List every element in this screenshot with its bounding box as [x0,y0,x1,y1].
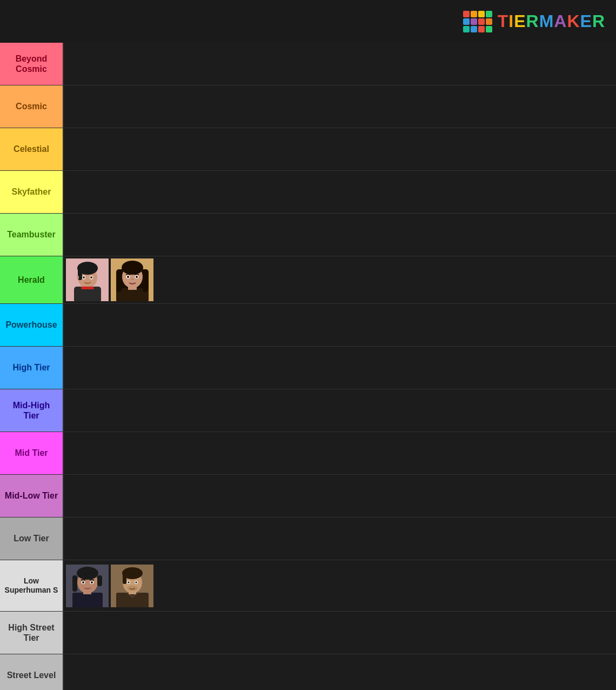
tier-list: Beyond Cosmic Cosmic Celestial Skyfather… [0,43,616,690]
tier-label-cosmic: Cosmic [0,85,63,128]
tier-content-cosmic [63,85,616,128]
tier-content-mid-high-tier [63,389,616,432]
tier-label-low-superhuman: Low Superhuman S [0,560,63,611]
tier-content-high-tier [63,347,616,389]
logo-grid-icon [463,11,492,32]
logo-text: TiERmAkER [498,11,605,31]
svg-point-9 [83,276,85,278]
tier-row-mid-high-tier: Mid-High Tier [0,389,616,432]
tier-content-mid-low-tier [63,475,616,517]
tier-row-high-tier: High Tier [0,347,616,389]
tier-label-high-tier: High Tier [0,347,63,389]
svg-rect-12 [81,287,94,289]
character-card-lowsuper-2 [111,565,153,607]
tier-content-skyfather [63,171,616,213]
tier-content-low-tier [63,518,616,560]
tier-content-high-street-tier [63,612,616,654]
tier-content-low-superhuman [63,560,616,611]
svg-point-10 [90,276,92,278]
tier-label-herald: Herald [0,256,63,303]
svg-rect-11 [77,276,79,279]
tier-label-teambuster: Teambuster [0,214,63,256]
tier-row-herald: Herald [0,256,616,304]
tier-label-beyond-cosmic: Beyond Cosmic [0,43,63,85]
svg-point-25 [136,276,138,278]
character-card-lowsuper-1 [66,565,109,607]
tier-row-low-tier: Low Tier [0,518,616,560]
svg-point-19 [122,261,143,275]
tier-label-powerhouse: Powerhouse [0,304,63,346]
tier-row-powerhouse: Powerhouse [0,304,616,347]
tier-row-celestial: Celestial [0,128,616,171]
tier-label-skyfather: Skyfather [0,171,63,213]
svg-point-31 [77,567,98,580]
tier-row-skyfather: Skyfather [0,171,616,214]
tier-label-mid-tier: Mid Tier [0,432,63,474]
svg-point-49 [127,586,138,591]
tier-row-street-level: Street Level [0,654,616,690]
tier-row-cosmic: Cosmic [0,85,616,128]
tier-label-mid-high-tier: Mid-High Tier [0,389,63,432]
tier-label-low-tier: Low Tier [0,518,63,560]
svg-point-37 [91,581,93,583]
tier-content-teambuster [63,214,616,256]
svg-rect-32 [72,575,77,592]
svg-rect-44 [123,572,126,584]
svg-rect-20 [116,270,122,292]
tier-content-powerhouse [63,304,616,346]
svg-point-36 [82,581,84,583]
tier-row-high-street-tier: High Street Tier [0,612,616,654]
tier-label-high-street-tier: High Street Tier [0,612,63,654]
tier-row-beyond-cosmic: Beyond Cosmic [0,43,616,85]
svg-rect-28 [72,593,103,607]
tier-content-beyond-cosmic [63,43,616,85]
tier-row-low-superhuman: Low Superhuman S [0,560,616,612]
tier-content-mid-tier [63,432,616,474]
svg-rect-21 [143,270,148,292]
svg-point-48 [135,581,137,583]
svg-rect-33 [97,575,102,586]
tier-content-street-level [63,654,616,690]
tier-row-teambuster: Teambuster [0,214,616,256]
svg-point-24 [127,276,129,278]
tier-label-street-level: Street Level [0,654,63,690]
tiermaker-logo: TiERmAkER [463,11,605,32]
tier-label-celestial: Celestial [0,128,63,170]
tier-row-mid-tier: Mid Tier [0,432,616,475]
tier-content-celestial [63,128,616,170]
character-card-herald-1 [66,258,109,301]
tier-content-herald [63,256,616,303]
header: TiERmAkER [0,0,616,43]
svg-point-47 [128,581,130,583]
tier-label-mid-low-tier: Mid-Low Tier [0,475,63,517]
character-card-herald-2 [111,258,153,301]
tier-row-mid-low-tier: Mid-Low Tier [0,475,616,518]
